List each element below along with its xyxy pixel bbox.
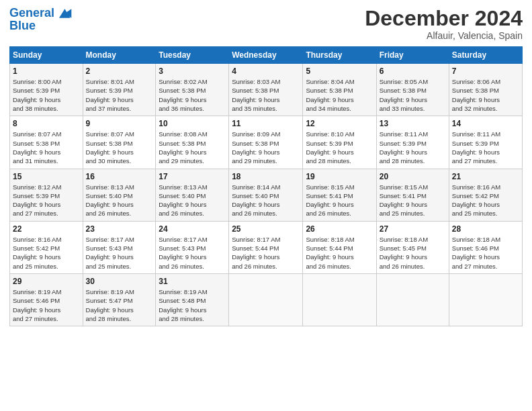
day-number: 30	[86, 277, 153, 286]
day-number: 23	[86, 224, 153, 234]
table-row: 18Sunrise: 8:14 AMSunset: 5:40 PMDayligh…	[229, 169, 303, 221]
calendar-week-5: 29Sunrise: 8:19 AMSunset: 5:46 PMDayligh…	[10, 273, 523, 326]
day-number: 19	[306, 172, 373, 181]
day-info: Sunrise: 8:07 AMSunset: 5:38 PMDaylight:…	[13, 130, 80, 165]
page-container: General Blue December 2024 Alfauir, Vale…	[0, 0, 532, 333]
day-number: 29	[13, 277, 80, 286]
day-number: 9	[86, 119, 153, 128]
day-info: Sunrise: 8:02 AMSunset: 5:38 PMDaylight:…	[159, 77, 226, 113]
table-row: 21Sunrise: 8:16 AMSunset: 5:42 PMDayligh…	[449, 169, 522, 221]
table-row: 24Sunrise: 8:17 AMSunset: 5:43 PMDayligh…	[156, 221, 229, 273]
table-row: 19Sunrise: 8:15 AMSunset: 5:41 PMDayligh…	[303, 169, 376, 221]
table-row: 3Sunrise: 8:02 AMSunset: 5:38 PMDaylight…	[156, 64, 229, 116]
day-info: Sunrise: 8:03 AMSunset: 5:38 PMDaylight:…	[232, 77, 300, 113]
table-row: 7Sunrise: 8:06 AMSunset: 5:38 PMDaylight…	[449, 64, 522, 116]
day-number: 14	[452, 119, 519, 128]
table-row: 4Sunrise: 8:03 AMSunset: 5:38 PMDaylight…	[229, 64, 303, 116]
day-info: Sunrise: 8:08 AMSunset: 5:38 PMDaylight:…	[159, 130, 226, 165]
table-row: 16Sunrise: 8:13 AMSunset: 5:40 PMDayligh…	[83, 169, 156, 221]
table-row: 6Sunrise: 8:05 AMSunset: 5:38 PMDaylight…	[376, 64, 449, 116]
table-row: 15Sunrise: 8:12 AMSunset: 5:39 PMDayligh…	[10, 169, 83, 221]
table-row: 31Sunrise: 8:19 AMSunset: 5:48 PMDayligh…	[156, 273, 229, 326]
day-number: 17	[159, 172, 226, 181]
day-info: Sunrise: 8:11 AMSunset: 5:39 PMDaylight:…	[452, 130, 519, 165]
day-info: Sunrise: 8:19 AMSunset: 5:47 PMDaylight:…	[86, 287, 153, 323]
day-info: Sunrise: 8:04 AMSunset: 5:38 PMDaylight:…	[306, 77, 373, 113]
table-row: 14Sunrise: 8:11 AMSunset: 5:39 PMDayligh…	[449, 116, 522, 169]
header-friday: Friday	[376, 47, 449, 64]
table-row: 17Sunrise: 8:13 AMSunset: 5:40 PMDayligh…	[156, 169, 229, 221]
table-row: 5Sunrise: 8:04 AMSunset: 5:38 PMDaylight…	[303, 64, 376, 116]
table-row: 12Sunrise: 8:10 AMSunset: 5:39 PMDayligh…	[303, 116, 376, 169]
day-number: 12	[306, 119, 373, 128]
calendar-week-4: 22Sunrise: 8:16 AMSunset: 5:42 PMDayligh…	[10, 221, 523, 273]
table-row: 25Sunrise: 8:17 AMSunset: 5:44 PMDayligh…	[229, 221, 303, 273]
day-number: 22	[13, 224, 80, 234]
day-info: Sunrise: 8:05 AMSunset: 5:38 PMDaylight:…	[380, 77, 446, 113]
day-number: 26	[306, 224, 373, 234]
day-number: 18	[232, 172, 300, 181]
day-info: Sunrise: 8:16 AMSunset: 5:42 PMDaylight:…	[13, 235, 80, 271]
day-number: 2	[86, 66, 153, 76]
day-number: 24	[159, 224, 226, 234]
day-info: Sunrise: 8:12 AMSunset: 5:39 PMDaylight:…	[13, 183, 80, 218]
day-number: 10	[159, 119, 226, 128]
location-subtitle: Alfauir, Valencia, Spain	[365, 30, 523, 41]
day-info: Sunrise: 8:15 AMSunset: 5:41 PMDaylight:…	[380, 183, 446, 218]
table-row: 26Sunrise: 8:18 AMSunset: 5:44 PMDayligh…	[303, 221, 376, 273]
table-row	[449, 273, 522, 326]
day-info: Sunrise: 8:18 AMSunset: 5:45 PMDaylight:…	[380, 235, 446, 271]
day-info: Sunrise: 8:17 AMSunset: 5:44 PMDaylight:…	[232, 235, 300, 271]
day-number: 31	[159, 277, 226, 286]
day-number: 7	[452, 66, 519, 76]
table-row	[229, 273, 303, 326]
day-info: Sunrise: 8:10 AMSunset: 5:39 PMDaylight:…	[306, 130, 373, 165]
day-info: Sunrise: 8:06 AMSunset: 5:38 PMDaylight:…	[452, 77, 519, 113]
header-saturday: Saturday	[449, 47, 522, 64]
header: General Blue December 2024 Alfauir, Vale…	[9, 7, 523, 41]
day-info: Sunrise: 8:17 AMSunset: 5:43 PMDaylight:…	[86, 235, 153, 271]
day-info: Sunrise: 8:13 AMSunset: 5:40 PMDaylight:…	[86, 183, 153, 218]
header-tuesday: Tuesday	[156, 47, 229, 64]
day-info: Sunrise: 8:17 AMSunset: 5:43 PMDaylight:…	[159, 235, 226, 271]
day-number: 4	[232, 66, 300, 76]
title-area: December 2024 Alfauir, Valencia, Spain	[365, 7, 523, 41]
day-number: 25	[232, 224, 300, 234]
day-info: Sunrise: 8:16 AMSunset: 5:42 PMDaylight:…	[452, 183, 519, 218]
table-row: 22Sunrise: 8:16 AMSunset: 5:42 PMDayligh…	[10, 221, 83, 273]
calendar-header-row: Sunday Monday Tuesday Wednesday Thursday…	[10, 47, 523, 64]
table-row: 29Sunrise: 8:19 AMSunset: 5:46 PMDayligh…	[10, 273, 83, 326]
day-number: 28	[452, 224, 519, 234]
day-info: Sunrise: 8:19 AMSunset: 5:46 PMDaylight:…	[13, 287, 80, 323]
table-row: 27Sunrise: 8:18 AMSunset: 5:45 PMDayligh…	[376, 221, 449, 273]
calendar-week-2: 8Sunrise: 8:07 AMSunset: 5:38 PMDaylight…	[10, 116, 523, 169]
calendar-table: Sunday Monday Tuesday Wednesday Thursday…	[9, 46, 523, 326]
day-info: Sunrise: 8:00 AMSunset: 5:39 PMDaylight:…	[13, 77, 80, 113]
day-number: 6	[380, 66, 446, 76]
day-info: Sunrise: 8:15 AMSunset: 5:41 PMDaylight:…	[306, 183, 373, 218]
day-number: 1	[13, 66, 80, 76]
calendar-week-3: 15Sunrise: 8:12 AMSunset: 5:39 PMDayligh…	[10, 169, 523, 221]
calendar-week-1: 1Sunrise: 8:00 AMSunset: 5:39 PMDaylight…	[10, 64, 523, 116]
day-info: Sunrise: 8:19 AMSunset: 5:48 PMDaylight:…	[159, 287, 226, 323]
day-info: Sunrise: 8:09 AMSunset: 5:38 PMDaylight:…	[232, 130, 300, 165]
day-info: Sunrise: 8:18 AMSunset: 5:46 PMDaylight:…	[452, 235, 519, 271]
day-number: 15	[13, 172, 80, 181]
day-number: 21	[452, 172, 519, 181]
table-row	[303, 273, 376, 326]
table-row: 30Sunrise: 8:19 AMSunset: 5:47 PMDayligh…	[83, 273, 156, 326]
day-number: 3	[159, 66, 226, 76]
day-number: 20	[380, 172, 446, 181]
logo-blue: Blue	[9, 19, 73, 33]
day-info: Sunrise: 8:18 AMSunset: 5:44 PMDaylight:…	[306, 235, 373, 271]
table-row: 28Sunrise: 8:18 AMSunset: 5:46 PMDayligh…	[449, 221, 522, 273]
table-row: 9Sunrise: 8:07 AMSunset: 5:38 PMDaylight…	[83, 116, 156, 169]
table-row: 1Sunrise: 8:00 AMSunset: 5:39 PMDaylight…	[10, 64, 83, 116]
day-number: 16	[86, 172, 153, 181]
table-row: 10Sunrise: 8:08 AMSunset: 5:38 PMDayligh…	[156, 116, 229, 169]
table-row: 11Sunrise: 8:09 AMSunset: 5:38 PMDayligh…	[229, 116, 303, 169]
table-row: 20Sunrise: 8:15 AMSunset: 5:41 PMDayligh…	[376, 169, 449, 221]
day-info: Sunrise: 8:07 AMSunset: 5:38 PMDaylight:…	[86, 130, 153, 165]
header-sunday: Sunday	[10, 47, 83, 64]
day-info: Sunrise: 8:14 AMSunset: 5:40 PMDaylight:…	[232, 183, 300, 218]
